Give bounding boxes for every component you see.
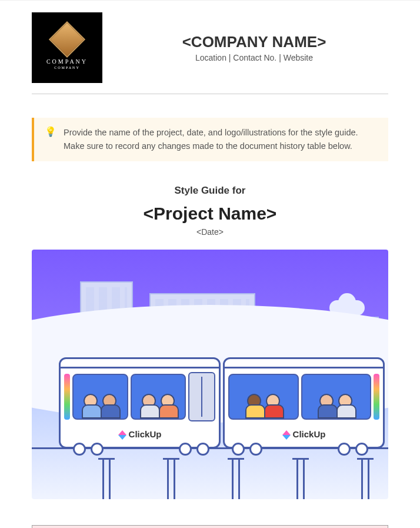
document-history-header[interactable]: Document History — [32, 525, 388, 528]
rainbow-stripe-icon — [374, 374, 379, 420]
person-icon — [245, 394, 263, 419]
header-divider — [32, 94, 388, 94]
wheel-icon — [196, 443, 209, 456]
wheel-icon — [338, 443, 351, 456]
date-placeholder[interactable]: <Date> — [32, 227, 388, 237]
lightbulb-icon: 💡 — [45, 126, 56, 137]
train-door-icon — [188, 372, 215, 421]
brand-text: ClickUp — [129, 429, 162, 439]
person-icon — [140, 394, 158, 419]
company-header: COMPANY COMPANY <COMPANY NAME> Location … — [32, 12, 388, 83]
train-car: ClickUp — [223, 357, 385, 449]
person-icon — [101, 394, 118, 419]
document-page: COMPANY COMPANY <COMPANY NAME> Location … — [0, 0, 420, 528]
company-name[interactable]: <COMPANY NAME> — [120, 33, 388, 51]
person-icon — [159, 394, 176, 419]
info-callout: 💡 Provide the name of the project, date,… — [32, 118, 388, 161]
pillar-icon — [102, 458, 111, 499]
company-subline[interactable]: Location | Contact No. | Website — [120, 53, 388, 62]
company-logo: COMPANY COMPANY — [32, 12, 102, 83]
wheel-icon — [179, 443, 192, 456]
train-icon: ClickUp ClickUp — [59, 357, 385, 449]
wheel-icon — [73, 443, 86, 456]
header-text-block: <COMPANY NAME> Location | Contact No. | … — [120, 33, 388, 62]
wheel-icon — [249, 443, 262, 456]
callout-text[interactable]: Provide the name of the project, date, a… — [64, 126, 378, 153]
clickup-logo-icon — [282, 430, 291, 439]
pillar-icon — [361, 458, 369, 499]
person-icon — [318, 394, 335, 419]
style-guide-label[interactable]: Style Guide for — [32, 185, 388, 197]
clickup-logo-icon — [118, 430, 126, 439]
train-car: ClickUp — [59, 357, 221, 449]
person-icon — [264, 394, 282, 419]
logo-diamond-icon — [49, 21, 85, 57]
hero-illustration[interactable]: ClickUp ClickUp — [32, 250, 388, 499]
pillar-icon — [232, 458, 240, 499]
logo-subtext: COMPANY — [54, 66, 79, 69]
wheel-icon — [91, 443, 104, 456]
person-icon — [336, 394, 354, 419]
person-icon — [82, 394, 99, 419]
wheel-icon — [355, 443, 368, 456]
logo-text: COMPANY — [46, 58, 88, 65]
brand-text: ClickUp — [293, 429, 326, 439]
pillar-icon — [167, 458, 175, 499]
track-icon — [32, 447, 388, 460]
pillar-icon — [296, 458, 305, 499]
brand-label: ClickUp — [61, 421, 219, 447]
project-name[interactable]: <Project Name> — [32, 204, 388, 224]
wheel-icon — [232, 443, 245, 456]
rainbow-stripe-icon — [64, 374, 70, 420]
